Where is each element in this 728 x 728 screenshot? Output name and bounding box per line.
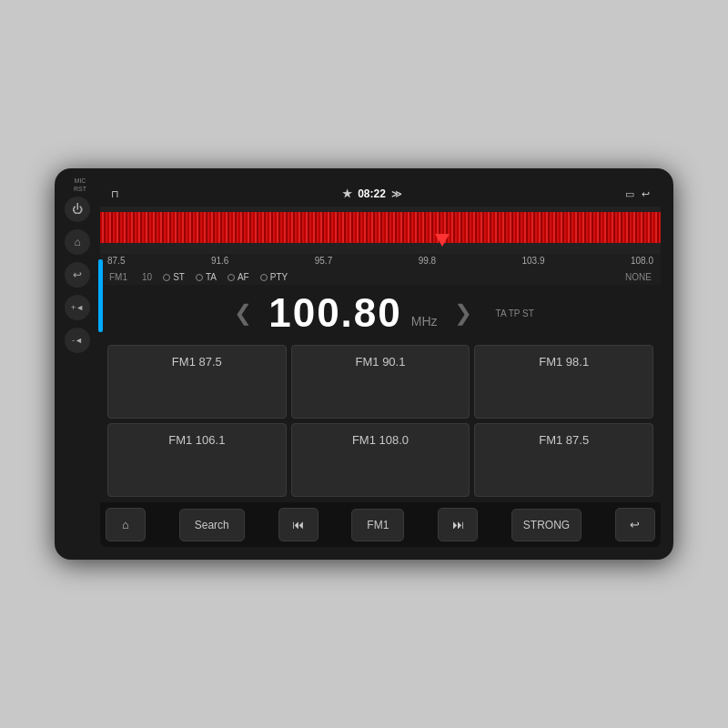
mic-label: MIC: [55, 177, 100, 184]
strong-label: STRONG: [523, 519, 570, 531]
next-icon: ⏭: [452, 518, 464, 531]
status-right: ▭ ↩: [625, 188, 650, 200]
freq-label-1039: 103.9: [522, 256, 545, 266]
bottom-controls: ⌂ Search ⏮ FM1 ⏭ STRONG ↩: [100, 502, 661, 547]
preset-6[interactable]: FM1 87.5: [474, 423, 653, 497]
window-icon: ▭: [625, 188, 634, 200]
power-button[interactable]: ⏻: [65, 197, 90, 222]
frequency-display: ❮ 100.80 MHz ❯ TA TP ST: [100, 285, 661, 339]
prev-icon: ⏮: [292, 518, 304, 531]
freq-label-998: 99.8: [419, 256, 436, 266]
pty-option[interactable]: PTY: [260, 272, 288, 282]
freq-label-916: 91.6: [211, 256, 228, 266]
status-bar: ⊓ ★ 08:22 ≫ ▭ ↩: [100, 181, 661, 207]
band-label: FM1: [109, 272, 127, 282]
freq-label-957: 95.7: [315, 256, 332, 266]
af-dot: [228, 274, 235, 281]
home-side-button[interactable]: ⌂: [65, 229, 90, 255]
freq-unit: MHz: [411, 314, 438, 329]
back-control-button[interactable]: ↩: [615, 508, 655, 541]
nav-icon: ≫: [391, 188, 402, 200]
bluetooth-icon: ★: [342, 187, 352, 200]
pty-label: PTY: [270, 272, 288, 282]
freq-up-button[interactable]: ❯: [447, 300, 480, 326]
back-status-icon: ↩: [642, 188, 650, 200]
strong-button[interactable]: STRONG: [511, 509, 581, 541]
frequency-scale: [100, 207, 661, 254]
freq-label-1080: 108.0: [631, 256, 653, 266]
band-ctrl-label: FM1: [367, 519, 389, 531]
search-button[interactable]: Search: [179, 509, 245, 541]
scale-bar: [100, 212, 661, 243]
car-radio-device: MIC RST ⏻ ⌂ ↩ +◄ -◄ ⊓ ★ 08:22 ≫ ▭ ↩: [55, 168, 673, 560]
preset-5[interactable]: FM1 108.0: [291, 423, 470, 497]
status-center: ★ 08:22 ≫: [342, 187, 402, 200]
ta-label: TA: [206, 272, 217, 282]
home-control-button[interactable]: ⌂: [106, 508, 146, 541]
freq-label-875: 87.5: [107, 256, 125, 266]
st-label: ST: [173, 272, 185, 282]
preset-4[interactable]: FM1 106.1: [107, 423, 287, 497]
volume-up-button[interactable]: +◄: [65, 295, 90, 320]
freq-right-labels: TA TP ST: [496, 308, 534, 318]
none-label: NONE: [625, 272, 652, 282]
rst-label: RST: [55, 186, 100, 192]
st-dot: [163, 274, 170, 281]
vol-label: 10: [142, 272, 152, 282]
time-display: 08:22: [358, 187, 386, 200]
next-button[interactable]: ⏭: [438, 508, 478, 541]
preset-2[interactable]: FM1 90.1: [291, 345, 470, 419]
ta-option[interactable]: TA: [196, 272, 217, 282]
ta-dot: [196, 274, 203, 281]
home-status-icon: ⊓: [111, 188, 119, 200]
af-option[interactable]: AF: [228, 272, 249, 282]
pty-dot: [260, 274, 268, 281]
status-left: ⊓: [111, 188, 119, 200]
af-label: AF: [238, 272, 249, 282]
frequency-labels-row: 87.5 91.6 95.7 99.8 103.9 108.0: [100, 254, 661, 269]
freq-down-button[interactable]: ❮: [227, 300, 259, 326]
prev-button[interactable]: ⏮: [278, 508, 318, 541]
current-frequency: 100.80: [268, 290, 402, 336]
home-icon: ⌂: [122, 518, 129, 531]
volume-down-button[interactable]: -◄: [65, 328, 90, 353]
radio-options-row: FM1 10 ST TA AF PTY NONE: [100, 269, 661, 285]
screen: ⊓ ★ 08:22 ≫ ▭ ↩ 87.5 91.6 95.7 99.8 103.…: [100, 181, 661, 547]
preset-1[interactable]: FM1 87.5: [107, 345, 287, 419]
preset-3[interactable]: FM1 98.1: [474, 345, 653, 419]
ta-tp-st-labels: TA TP ST: [496, 308, 534, 318]
band-button[interactable]: FM1: [351, 509, 404, 541]
search-label: Search: [195, 519, 229, 531]
presets-grid: FM1 87.5 FM1 90.1 FM1 98.1 FM1 106.1 FM1…: [100, 339, 661, 502]
blue-accent-bar: [98, 259, 103, 332]
side-panel: MIC RST ⏻ ⌂ ↩ +◄ -◄: [55, 168, 100, 560]
frequency-indicator: [435, 234, 450, 247]
back-icon: ↩: [630, 518, 640, 531]
back-side-button[interactable]: ↩: [65, 262, 90, 288]
st-option[interactable]: ST: [163, 272, 185, 282]
